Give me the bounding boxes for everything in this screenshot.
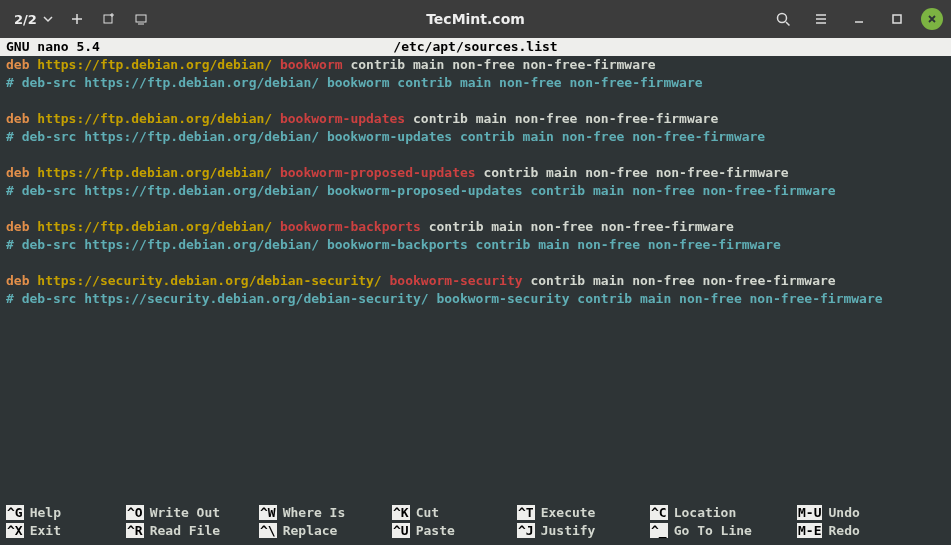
shortcut-key: ^W xyxy=(259,505,277,520)
hamburger-icon xyxy=(814,12,828,26)
footer-shortcut: ^KCut xyxy=(392,503,517,521)
footer-shortcut: ^_Go To Line xyxy=(650,521,797,539)
shortcut-label: Exit xyxy=(30,523,61,538)
plus-icon xyxy=(70,12,84,26)
svg-point-2 xyxy=(777,13,786,22)
shortcut-key: ^_ xyxy=(650,523,668,538)
footer-shortcut: ^CLocation xyxy=(650,503,797,521)
shortcut-label: Go To Line xyxy=(674,523,752,538)
footer-row-2: ^XExit^RRead File^\Replace^UPaste^JJusti… xyxy=(6,521,945,539)
nano-header: GNU nano 5.4 /etc/apt/sources.list xyxy=(0,38,951,56)
shortcut-key: ^\ xyxy=(259,523,277,538)
shortcut-label: Help xyxy=(30,505,61,520)
new-tab-button[interactable] xyxy=(63,5,91,33)
source-line: # deb-src https://ftp.debian.org/debian/… xyxy=(6,128,945,146)
window-title: TecMint.com xyxy=(426,11,525,27)
source-line: deb https://ftp.debian.org/debian/ bookw… xyxy=(6,218,945,236)
svg-rect-1 xyxy=(136,15,146,22)
shortcut-key: ^T xyxy=(517,505,535,520)
shortcut-key: ^G xyxy=(6,505,24,520)
footer-shortcut: ^TExecute xyxy=(517,503,650,521)
search-icon xyxy=(776,12,791,27)
shortcut-label: Location xyxy=(674,505,737,520)
shortcut-label: Cut xyxy=(416,505,439,520)
shortcut-key: ^C xyxy=(650,505,668,520)
shortcut-key: M-E xyxy=(797,523,822,538)
footer-shortcut: ^OWrite Out xyxy=(126,503,259,521)
source-line: deb https://ftp.debian.org/debian/ bookw… xyxy=(6,164,945,182)
footer-row-1: ^GHelp^OWrite Out^WWhere Is^KCut^TExecut… xyxy=(6,503,945,521)
minimize-icon xyxy=(853,13,865,25)
footer-shortcut: ^UPaste xyxy=(392,521,517,539)
shortcut-label: Execute xyxy=(541,505,596,520)
shortcut-label: Where Is xyxy=(283,505,346,520)
source-line: # deb-src https://ftp.debian.org/debian/… xyxy=(6,236,945,254)
shortcut-key: ^K xyxy=(392,505,410,520)
shortcut-key: M-U xyxy=(797,505,822,520)
footer-shortcut: ^JJustify xyxy=(517,521,650,539)
shortcut-label: Justify xyxy=(541,523,596,538)
shortcut-key: ^J xyxy=(517,523,535,538)
shortcut-label: Write Out xyxy=(150,505,220,520)
source-line: deb https://ftp.debian.org/debian/ bookw… xyxy=(6,56,945,74)
source-line: deb https://security.debian.org/debian-s… xyxy=(6,272,945,290)
terminal-area[interactable]: GNU nano 5.4 /etc/apt/sources.list deb h… xyxy=(0,38,951,308)
window-titlebar: 2/2 TecMint.com xyxy=(0,0,951,38)
nano-filename: /etc/apt/sources.list xyxy=(393,38,557,56)
menu-button[interactable] xyxy=(807,5,835,33)
tab-counter-text: 2/2 xyxy=(14,12,37,27)
nano-footer: ^GHelp^OWrite Out^WWhere Is^KCut^TExecut… xyxy=(6,503,945,539)
shortcut-label: Redo xyxy=(828,523,859,538)
source-line xyxy=(6,200,945,218)
source-line xyxy=(6,146,945,164)
source-line: # deb-src https://ftp.debian.org/debian/… xyxy=(6,74,945,92)
shortcut-key: ^X xyxy=(6,523,24,538)
nano-version: GNU nano 5.4 xyxy=(6,38,100,56)
svg-rect-3 xyxy=(893,15,901,23)
broadcast-icon xyxy=(133,12,149,26)
shortcut-key: ^U xyxy=(392,523,410,538)
source-line xyxy=(6,92,945,110)
search-button[interactable] xyxy=(769,5,797,33)
shortcut-label: Read File xyxy=(150,523,220,538)
minimize-button[interactable] xyxy=(845,5,873,33)
footer-shortcut: M-UUndo xyxy=(797,503,887,521)
maximize-button[interactable] xyxy=(883,5,911,33)
shortcut-key: ^O xyxy=(126,505,144,520)
new-window-icon xyxy=(102,12,116,26)
maximize-icon xyxy=(891,13,903,25)
source-line: # deb-src https://ftp.debian.org/debian/… xyxy=(6,182,945,200)
close-icon xyxy=(927,14,937,24)
editor-content[interactable]: deb https://ftp.debian.org/debian/ bookw… xyxy=(0,56,951,308)
svg-rect-0 xyxy=(104,15,112,23)
tab-counter[interactable]: 2/2 xyxy=(8,12,59,27)
close-button[interactable] xyxy=(921,8,943,30)
source-line xyxy=(6,254,945,272)
footer-shortcut: M-ERedo xyxy=(797,521,887,539)
chevron-down-icon xyxy=(43,14,53,24)
footer-shortcut: ^RRead File xyxy=(126,521,259,539)
shortcut-label: Undo xyxy=(828,505,859,520)
source-line: # deb-src https://security.debian.org/de… xyxy=(6,290,945,308)
shortcut-label: Replace xyxy=(283,523,338,538)
footer-shortcut: ^GHelp xyxy=(6,503,126,521)
shortcut-label: Paste xyxy=(416,523,455,538)
footer-shortcut: ^XExit xyxy=(6,521,126,539)
shortcut-key: ^R xyxy=(126,523,144,538)
footer-shortcut: ^\Replace xyxy=(259,521,392,539)
source-line: deb https://ftp.debian.org/debian/ bookw… xyxy=(6,110,945,128)
footer-shortcut: ^WWhere Is xyxy=(259,503,392,521)
new-window-button[interactable] xyxy=(95,5,123,33)
broadcast-button[interactable] xyxy=(127,5,155,33)
